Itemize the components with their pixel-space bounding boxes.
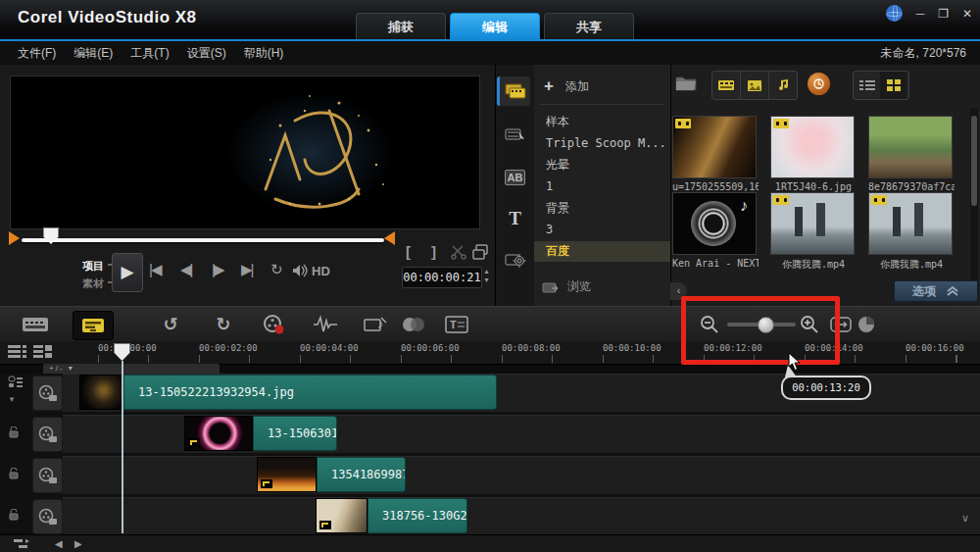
media-library-icon[interactable] <box>497 76 530 106</box>
swap-tracks-icon[interactable] <box>14 539 29 549</box>
menu-tools[interactable]: 工具(T) <box>130 45 169 62</box>
collapse-panel-button[interactable]: ‹ <box>670 282 687 300</box>
timeline-clip[interactable]: 13-150630192 <box>253 416 337 451</box>
timeline-view-icon[interactable] <box>73 311 114 340</box>
timeline-clip[interactable]: 318756-130G222 <box>368 498 467 533</box>
show-photos-icon[interactable] <box>741 72 769 99</box>
tab-capture[interactable]: 捕获 <box>356 13 446 40</box>
scrubber-track[interactable] <box>22 238 384 242</box>
clip-thumbnail[interactable] <box>79 375 123 410</box>
folder-item-3[interactable]: 3 <box>534 220 670 240</box>
folder-item-background[interactable]: 背景 <box>534 198 670 219</box>
globe-icon[interactable] <box>886 5 903 22</box>
clip-thumbnail[interactable] <box>257 457 317 492</box>
clip-thumbnail[interactable] <box>316 498 368 533</box>
scroll-right-button[interactable]: ▶ <box>74 538 82 549</box>
storyboard-view-icon[interactable] <box>16 311 55 338</box>
tab-share[interactable]: 共享 <box>544 13 634 40</box>
preview-video[interactable] <box>10 75 480 229</box>
media-item[interactable]: 8e78679370af7ca... <box>868 116 955 192</box>
timeline-clip[interactable]: 13-150522213932954.jpg <box>123 375 497 410</box>
track-transparency-icon[interactable] <box>400 313 427 336</box>
folder-item-baidu[interactable]: 百度 <box>534 241 670 262</box>
show-videos-icon[interactable] <box>712 72 741 99</box>
clip-thumbnail[interactable] <box>184 416 253 451</box>
trim-start-handle[interactable] <box>9 231 20 245</box>
media-item[interactable]: ♪ Ken Arai - NEXT... <box>672 192 759 269</box>
video-track-icon[interactable] <box>32 376 63 411</box>
track-manager-icon[interactable] <box>33 344 53 360</box>
folder-item-1[interactable]: 1 <box>534 176 670 197</box>
record-capture-icon[interactable] <box>261 313 288 336</box>
auto-music-icon[interactable]: ♪ <box>363 313 390 336</box>
overlay-track-icon[interactable] <box>32 499 63 534</box>
media-item[interactable]: u=1750255509,16... <box>672 116 759 192</box>
zoom-out-icon[interactable] <box>696 313 723 336</box>
enlarge-preview-icon[interactable] <box>472 244 488 260</box>
project-mode-toggle[interactable]: 项目 <box>82 259 104 274</box>
fit-project-icon[interactable] <box>827 313 855 336</box>
go-start-button[interactable]: |◀ <box>149 261 160 278</box>
scroll-down-button[interactable]: ∨ <box>956 508 974 527</box>
sound-mixer-icon[interactable] <box>312 313 339 336</box>
volume-icon[interactable] <box>292 264 310 277</box>
folder-item-triple-scoop[interactable]: Triple Scoop M... <box>534 133 670 154</box>
import-folder-icon[interactable] <box>674 73 698 92</box>
close-button[interactable]: ✕ <box>962 7 972 21</box>
instant-project-round-icon[interactable] <box>808 73 830 95</box>
clip-mode-toggle[interactable]: 素材 <box>82 276 104 291</box>
ripple-edit-icon[interactable] <box>8 376 24 389</box>
track-lock-icon[interactable] <box>8 468 20 479</box>
options-button[interactable]: 选项 <box>894 280 978 302</box>
library-scrollbar[interactable] <box>970 108 978 280</box>
list-view-icon[interactable] <box>854 72 880 99</box>
hd-button[interactable]: HD <box>312 264 330 278</box>
subtitle-editor-icon[interactable]: T <box>443 313 470 336</box>
prev-frame-button[interactable]: ◀| <box>180 261 191 278</box>
project-duration-clock-icon[interactable] <box>853 313 880 336</box>
scroll-left-button[interactable]: ◀ <box>55 538 63 549</box>
title-library-icon[interactable]: T <box>500 204 530 233</box>
repeat-button[interactable]: ↻ <box>270 261 283 278</box>
media-item[interactable]: 你腾我腾.mp4 <box>770 192 857 272</box>
add-folder-button[interactable]: + 添加 <box>544 76 589 96</box>
play-button[interactable]: ▶ <box>112 253 143 292</box>
instant-project-icon[interactable] <box>500 120 530 149</box>
timeline-clip[interactable]: 135418699876. <box>317 457 406 492</box>
zoom-slider-thumb[interactable] <box>758 317 774 333</box>
go-end-button[interactable]: ▶| <box>241 261 252 278</box>
menu-help[interactable]: 帮助(H) <box>244 45 284 62</box>
media-item[interactable]: 1RT5J40-6.jpg <box>770 116 857 192</box>
overlay-track-icon[interactable] <box>32 417 63 452</box>
menu-settings[interactable]: 设置(S) <box>187 45 226 62</box>
show-audio-icon[interactable] <box>769 72 797 99</box>
show-all-tracks-icon[interactable] <box>8 344 27 360</box>
browse-button[interactable]: 浏览 <box>542 278 591 295</box>
trim-end-handle[interactable] <box>384 231 395 245</box>
timecode-spinner[interactable]: ▲▼ <box>483 267 490 284</box>
track-lock-icon[interactable] <box>8 509 20 521</box>
minimize-button[interactable]: ─ <box>916 7 925 21</box>
track-lock-icon[interactable] <box>8 427 20 438</box>
mark-in-button[interactable]: [ <box>406 243 411 260</box>
folder-item-samples[interactable]: 样本 <box>534 112 670 132</box>
split-clip-icon[interactable] <box>451 244 466 260</box>
tab-edit[interactable]: 编辑 <box>450 13 540 40</box>
media-item[interactable]: 你腾我腾.mp4 <box>868 192 955 272</box>
menu-edit[interactable]: 编辑(E) <box>74 45 113 62</box>
graphics-library-icon[interactable] <box>500 245 530 275</box>
scrollbar-thumb[interactable] <box>971 116 977 206</box>
next-frame-button[interactable]: |▶ <box>212 261 222 278</box>
chevron-down-icon[interactable]: ▼ <box>8 395 16 404</box>
track-add-remove-bar[interactable]: +/- ▾ <box>43 364 220 374</box>
grid-view-icon[interactable] <box>880 72 906 99</box>
undo-icon[interactable]: ↺ <box>157 313 184 336</box>
preview-timecode[interactable]: 00:00:00:21 <box>402 267 482 288</box>
transition-library-icon[interactable]: AB <box>500 163 530 192</box>
mark-out-button[interactable]: ] <box>431 243 436 260</box>
folder-item-halo[interactable]: 光晕 <box>534 155 670 176</box>
menu-file[interactable]: 文件(F) <box>18 45 56 62</box>
track-lane[interactable] <box>63 456 980 494</box>
zoom-in-icon[interactable] <box>796 313 823 336</box>
track-lane[interactable] <box>63 497 980 534</box>
